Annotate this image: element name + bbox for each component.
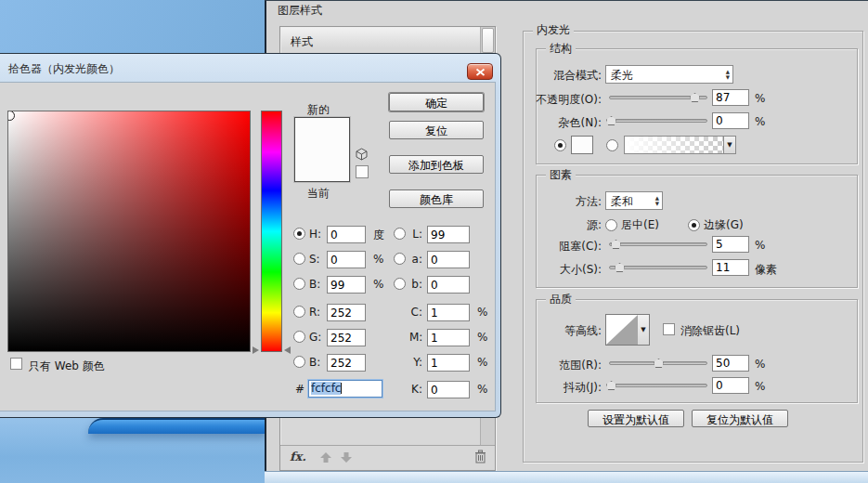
h-radio[interactable] — [293, 228, 305, 240]
jitter-slider[interactable] — [609, 384, 707, 387]
range-unit: % — [755, 358, 765, 371]
s-label: S: — [309, 253, 320, 266]
make-default-button[interactable]: 设置为默认值 — [588, 410, 684, 427]
b2-input[interactable] — [327, 354, 366, 372]
hex-label: # — [295, 383, 304, 396]
source-edge-label: 边缘(G) — [704, 217, 744, 233]
glow-color-radio[interactable] — [554, 139, 566, 151]
c-unit: % — [477, 306, 487, 319]
s-input[interactable] — [327, 251, 366, 268]
layer-style-dialog-title: 图层样式 — [278, 3, 322, 19]
hue-slider[interactable] — [261, 111, 282, 352]
color-picker-dialog: 拾色器（内发光颜色） 新的 当前 确定 复位 添加到色板 颜色库 H: 度 — [0, 53, 501, 418]
k-input[interactable] — [427, 381, 470, 398]
fx-icon[interactable]: fx. — [290, 450, 306, 463]
color-field[interactable] — [7, 111, 251, 352]
inner-glow-title: 内发光 — [533, 24, 574, 36]
k-label: K: — [409, 383, 422, 396]
opacity-input[interactable] — [712, 89, 749, 106]
b-radio[interactable] — [293, 278, 305, 290]
antialias-label: 消除锯齿(L) — [680, 323, 740, 339]
l-label: L: — [409, 228, 422, 241]
desktop-blue-shape — [88, 418, 266, 434]
jitter-unit: % — [755, 380, 765, 393]
styles-header-label[interactable]: 样式 — [291, 34, 313, 50]
g-input[interactable] — [327, 329, 366, 346]
styles-footer-toolbar: fx. — [280, 445, 495, 470]
l-input[interactable] — [427, 226, 470, 243]
source-label: 源: — [520, 217, 602, 233]
web-safe-swatch[interactable] — [356, 165, 369, 178]
source-center-radio[interactable] — [605, 219, 617, 231]
y-unit: % — [477, 356, 487, 369]
noise-slider[interactable] — [609, 119, 707, 123]
b-input[interactable] — [327, 276, 366, 294]
c-input[interactable] — [427, 304, 470, 321]
close-icon[interactable] — [467, 63, 493, 80]
contour-linear-icon — [606, 315, 638, 345]
size-input[interactable] — [712, 259, 749, 276]
contour-dropdown-arrow-icon[interactable]: ▼ — [638, 314, 650, 346]
hue-slider-right-arrow-icon[interactable] — [284, 346, 291, 354]
current-color-label: 当前 — [307, 186, 330, 202]
glow-color-swatch[interactable] — [571, 136, 593, 154]
b-label: B: — [309, 278, 320, 291]
h-input[interactable] — [327, 226, 366, 243]
quality-title: 品质 — [546, 294, 576, 306]
out-of-gamut-cube-icon[interactable] — [356, 148, 368, 163]
hue-slider-left-arrow-icon[interactable] — [253, 346, 259, 354]
color-field-marker[interactable] — [7, 111, 15, 121]
c-label: C: — [409, 306, 422, 319]
lab-b-radio[interactable] — [394, 278, 406, 290]
s-radio[interactable] — [293, 253, 305, 265]
opacity-unit: % — [755, 92, 765, 105]
structure-title: 结构 — [546, 43, 576, 55]
m-input[interactable] — [427, 329, 470, 346]
text-caret — [341, 383, 342, 394]
web-colors-only-label: 只有 Web 颜色 — [29, 359, 105, 374]
contour-thumbnail[interactable] — [605, 314, 639, 346]
dialog-bottom-frame — [265, 471, 868, 483]
r-input[interactable] — [327, 304, 366, 321]
web-colors-only-checkbox[interactable] — [10, 358, 22, 370]
color-libraries-button[interactable]: 颜色库 — [389, 189, 484, 208]
technique-label: 方法: — [520, 194, 602, 210]
reset-button[interactable]: 复位 — [389, 121, 484, 139]
glow-gradient-radio[interactable] — [606, 139, 618, 151]
r-radio[interactable] — [293, 306, 305, 318]
range-input[interactable] — [712, 355, 749, 372]
elements-title: 图素 — [546, 169, 576, 181]
noise-input[interactable] — [712, 112, 749, 129]
jitter-label: 抖动(J): — [520, 380, 602, 396]
h-label: H: — [309, 228, 321, 241]
ok-button[interactable]: 确定 — [389, 93, 484, 111]
move-effect-down-icon[interactable] — [340, 451, 353, 466]
source-edge-radio[interactable] — [688, 219, 700, 231]
source-center-label: 居中(E) — [621, 217, 659, 233]
range-label: 范围(R): — [520, 358, 602, 373]
glow-gradient-swatch[interactable] — [624, 136, 724, 154]
technique-select[interactable]: 柔和 ▲▼ — [605, 191, 663, 210]
reset-default-button[interactable]: 复位为默认值 — [692, 410, 788, 427]
new-current-swatch — [294, 117, 350, 182]
move-effect-up-icon[interactable] — [319, 451, 332, 466]
hex-input[interactable]: fcfcfc — [308, 380, 382, 398]
l-radio[interactable] — [394, 228, 406, 240]
gradient-dropdown-arrow-icon[interactable]: ▼ — [723, 136, 736, 154]
b2-radio[interactable] — [293, 356, 305, 368]
a-radio[interactable] — [394, 253, 406, 265]
g-radio[interactable] — [293, 331, 305, 343]
styles-scrollbar-thumb[interactable] — [482, 28, 494, 53]
y-input[interactable] — [427, 354, 470, 372]
new-color-label: 新的 — [307, 102, 330, 118]
delete-effect-icon[interactable] — [474, 450, 486, 466]
lab-b-input[interactable] — [427, 276, 470, 294]
a-input[interactable] — [427, 251, 470, 268]
contour-label: 等高线: — [520, 323, 602, 339]
jitter-input[interactable] — [712, 377, 749, 394]
blend-mode-select[interactable]: 柔光 ▲▼ — [605, 65, 733, 84]
choke-slider[interactable] — [609, 242, 707, 246]
antialias-checkbox[interactable] — [663, 323, 675, 335]
choke-input[interactable] — [712, 236, 749, 253]
add-to-swatches-button[interactable]: 添加到色板 — [389, 155, 484, 174]
